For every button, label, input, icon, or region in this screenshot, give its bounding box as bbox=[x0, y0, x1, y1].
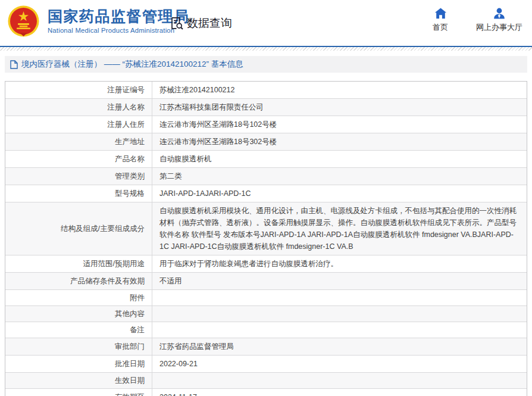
row-value: 自动腹膜透析机采用模块化、通用化设计，由主机、电源线及处方卡组成，不包括与其配合… bbox=[152, 202, 527, 255]
row-value: JARI-APD-1AJARI-APD-1C bbox=[152, 185, 527, 202]
table-row: 注册人名称江苏杰瑞科技集团有限责任公司 bbox=[5, 99, 527, 116]
table-row: 附件 bbox=[5, 290, 527, 306]
china-national-emblem-icon bbox=[8, 5, 39, 37]
row-label: 适用范围/预期用途 bbox=[5, 255, 152, 272]
row-label: 有效期至 bbox=[5, 389, 152, 396]
table-row: 注册证编号苏械注准20142100212 bbox=[5, 82, 527, 99]
table-row: 产品名称自动腹膜透析机 bbox=[5, 151, 527, 168]
nav-service-hall-label: 网上办事大厅 bbox=[476, 22, 522, 33]
row-value: 连云港市海州区圣湖路18号302号楼 bbox=[152, 133, 527, 150]
row-label: 产品名称 bbox=[5, 151, 152, 167]
row-label: 结构及组成/主要组成成分 bbox=[5, 202, 152, 255]
data-query-label: 数据查询 bbox=[187, 15, 232, 31]
row-value: 不适用 bbox=[152, 273, 527, 289]
page-header: 国家药品监督管理局 National Medical Products Admi… bbox=[0, 0, 532, 46]
site-titles: 国家药品监督管理局 National Medical Products Admi… bbox=[48, 8, 190, 34]
row-value: 江苏杰瑞科技集团有限责任公司 bbox=[152, 99, 527, 116]
breadcrumb-text: 境内医疗器械（注册） —— “苏械注准20142100212” 基本信息 bbox=[21, 59, 243, 70]
nav-item-home[interactable]: 首页 bbox=[427, 8, 453, 33]
row-value: 苏械注准20142100212 bbox=[152, 82, 527, 98]
table-row: 结构及组成/主要组成成分自动腹膜透析机采用模块化、通用化设计，由主机、电源线及处… bbox=[5, 202, 527, 255]
row-label: 注册证编号 bbox=[5, 82, 152, 98]
row-value: 自动腹膜透析机 bbox=[152, 151, 527, 167]
table-row: 管理类别第二类 bbox=[5, 168, 527, 185]
table-row: 产品储存条件及有效期不适用 bbox=[5, 273, 527, 290]
breadcrumb: 境内医疗器械（注册） —— “苏械注准20142100212” 基本信息 bbox=[5, 56, 527, 73]
table-row: 备注 bbox=[5, 322, 527, 338]
row-label: 产品储存条件及有效期 bbox=[5, 273, 152, 289]
row-label: 管理类别 bbox=[5, 168, 152, 185]
row-label: 其他内容 bbox=[5, 306, 152, 322]
nav-home-label: 首页 bbox=[433, 22, 448, 33]
header-hatch-band bbox=[0, 47, 532, 51]
row-label: 批准日期 bbox=[5, 356, 152, 372]
person-icon bbox=[493, 8, 505, 19]
home-icon bbox=[434, 8, 447, 19]
table-row: 生效日期 bbox=[5, 373, 527, 389]
row-value: 用于临床对于肾功能衰竭患者进行自动腹膜透析治疗。 bbox=[152, 255, 527, 272]
table-row: 注册人住所连云港市海州区圣湖路18号102号楼 bbox=[5, 116, 527, 133]
table-row: 型号规格JARI-APD-1AJARI-APD-1C bbox=[5, 185, 527, 202]
row-value: 江苏省药品监督管理局 bbox=[152, 338, 527, 355]
row-label: 备注 bbox=[5, 322, 152, 338]
row-value: 2024-11-17 bbox=[152, 389, 527, 396]
data-query-nav[interactable]: 数据查询 bbox=[170, 15, 232, 31]
site-title-zh: 国家药品监督管理局 bbox=[48, 8, 190, 25]
row-value: 2022-09-21 bbox=[152, 356, 527, 372]
document-search-icon bbox=[170, 16, 184, 30]
table-row: 有效期至2024-11-17 bbox=[5, 389, 527, 396]
row-value bbox=[152, 306, 527, 322]
row-label: 生效日期 bbox=[5, 373, 152, 388]
table-row: 审批部门江苏省药品监督管理局 bbox=[5, 338, 527, 356]
table-row: 生产地址连云港市海州区圣湖路18号302号楼 bbox=[5, 133, 527, 151]
row-label: 型号规格 bbox=[5, 185, 152, 202]
row-value: 第二类 bbox=[152, 168, 527, 185]
row-label: 注册人名称 bbox=[5, 99, 152, 116]
nav-item-service-hall[interactable]: 网上办事大厅 bbox=[476, 8, 522, 33]
table-row: 批准日期2022-09-21 bbox=[5, 356, 527, 373]
row-label: 注册人住所 bbox=[5, 116, 152, 133]
site-logo[interactable]: 国家药品监督管理局 National Medical Products Admi… bbox=[8, 5, 190, 37]
row-value: 连云港市海州区圣湖路18号102号楼 bbox=[152, 116, 527, 133]
document-icon bbox=[10, 60, 18, 69]
header-nav: 首页 网上办事大厅 bbox=[427, 8, 522, 33]
registration-info-table: 注册证编号苏械注准20142100212 注册人名称江苏杰瑞科技集团有限责任公司… bbox=[5, 81, 527, 396]
table-row: 其他内容 bbox=[5, 306, 527, 322]
row-value bbox=[152, 322, 527, 338]
row-label: 审批部门 bbox=[5, 338, 152, 355]
row-label: 生产地址 bbox=[5, 133, 152, 150]
table-row: 适用范围/预期用途用于临床对于肾功能衰竭患者进行自动腹膜透析治疗。 bbox=[5, 255, 527, 273]
row-label: 附件 bbox=[5, 290, 152, 305]
row-value bbox=[152, 373, 527, 388]
row-value bbox=[152, 290, 527, 305]
site-title-en: National Medical Products Administration bbox=[48, 27, 190, 34]
